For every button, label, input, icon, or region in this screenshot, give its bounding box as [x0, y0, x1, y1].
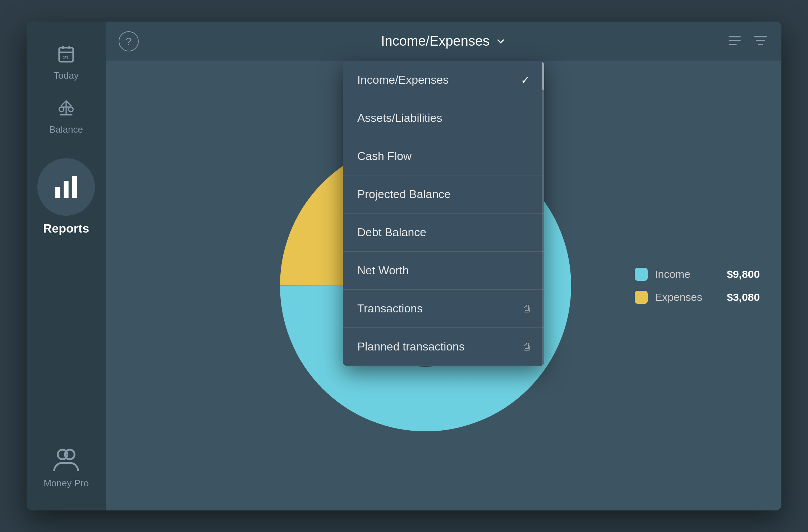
- balance-icon: [57, 98, 75, 121]
- share-icon-transactions: ⎙: [524, 303, 530, 315]
- dropdown-item-net-worth-label: Net Worth: [357, 264, 409, 277]
- bar-chart-icon: [52, 173, 81, 201]
- svg-rect-11: [64, 181, 68, 198]
- sidebar-item-balance-label: Balance: [49, 124, 83, 135]
- svg-point-14: [65, 450, 75, 459]
- svg-point-7: [59, 107, 64, 112]
- main-content: ? Income/Expenses: [106, 22, 781, 510]
- calendar-icon: 21: [57, 45, 75, 67]
- expenses-legend-item: Expenses $3,080: [635, 291, 760, 304]
- report-dropdown-menu[interactable]: Income/Expenses ✓ Assets/Liabilities Cas…: [343, 61, 544, 366]
- header: ? Income/Expenses: [106, 22, 781, 61]
- dropdown-item-planned-transactions-label: Planned transactions: [357, 340, 465, 353]
- header-actions: [727, 33, 768, 50]
- dropdown-item-debt-balance[interactable]: Debt Balance: [343, 214, 544, 252]
- dropdown-item-assets-liabilities[interactable]: Assets/Liabilities: [343, 99, 544, 137]
- income-legend-item: Income $9,800: [635, 268, 760, 281]
- reports-circle[interactable]: [37, 158, 95, 216]
- dropdown-item-net-worth[interactable]: Net Worth: [343, 252, 544, 290]
- dropdown-item-income-expenses[interactable]: Income/Expenses ✓: [343, 61, 544, 99]
- dropdown-item-cash-flow[interactable]: Cash Flow: [343, 137, 544, 175]
- sidebar-reports-section: Reports: [37, 158, 95, 235]
- expenses-color-dot: [635, 291, 648, 304]
- help-button[interactable]: ?: [119, 31, 139, 51]
- svg-rect-12: [72, 176, 77, 198]
- chart-legend: Income $9,800 Expenses $3,080: [635, 268, 760, 304]
- filter-icon: [753, 33, 768, 49]
- dropdown-item-planned-transactions[interactable]: Planned transactions ⎙: [343, 328, 544, 366]
- dropdown-item-transactions-label: Transactions: [357, 302, 423, 315]
- app-window: 21 Today Balance: [27, 22, 781, 510]
- income-legend-value: $9,800: [727, 268, 760, 280]
- person-icon: [52, 446, 81, 475]
- reports-label: Reports: [43, 221, 89, 235]
- dropdown-item-projected-balance-label: Projected Balance: [357, 188, 451, 201]
- share-icon-planned: ⎙: [524, 341, 530, 353]
- income-color-dot: [635, 268, 648, 281]
- list-icon: [727, 33, 743, 49]
- dropdown-item-assets-liabilities-label: Assets/Liabilities: [357, 111, 442, 125]
- selected-report-label: Income/Expenses: [381, 33, 490, 49]
- expenses-legend-label: Expenses: [655, 291, 720, 303]
- chevron-down-icon: [495, 36, 506, 47]
- income-percentage: 76%: [442, 373, 470, 389]
- dropdown-item-transactions[interactable]: Transactions ⎙: [343, 290, 544, 328]
- dropdown-item-projected-balance[interactable]: Projected Balance: [343, 175, 544, 214]
- money-pro-label: Money Pro: [43, 478, 89, 489]
- scrollbar[interactable]: [542, 61, 544, 366]
- check-icon: ✓: [521, 74, 530, 86]
- svg-text:21: 21: [63, 54, 69, 60]
- list-view-button[interactable]: [727, 33, 743, 50]
- dropdown-item-income-expenses-label: Income/Expenses: [357, 73, 449, 87]
- sidebar-money-pro[interactable]: Money Pro: [43, 446, 89, 496]
- svg-point-8: [69, 107, 73, 112]
- filter-button[interactable]: [753, 33, 768, 50]
- svg-rect-10: [55, 187, 60, 198]
- income-legend-label: Income: [655, 268, 720, 280]
- sidebar-item-balance[interactable]: Balance: [27, 90, 106, 144]
- expenses-legend-value: $3,080: [727, 291, 760, 303]
- scroll-thumb: [542, 61, 544, 90]
- sidebar: 21 Today Balance: [27, 22, 106, 510]
- dropdown-item-debt-balance-label: Debt Balance: [357, 226, 426, 239]
- report-selector-button[interactable]: Income/Expenses: [381, 33, 506, 49]
- dropdown-item-cash-flow-label: Cash Flow: [357, 150, 412, 163]
- sidebar-item-today[interactable]: 21 Today: [27, 36, 106, 90]
- sidebar-item-today-label: Today: [54, 70, 78, 81]
